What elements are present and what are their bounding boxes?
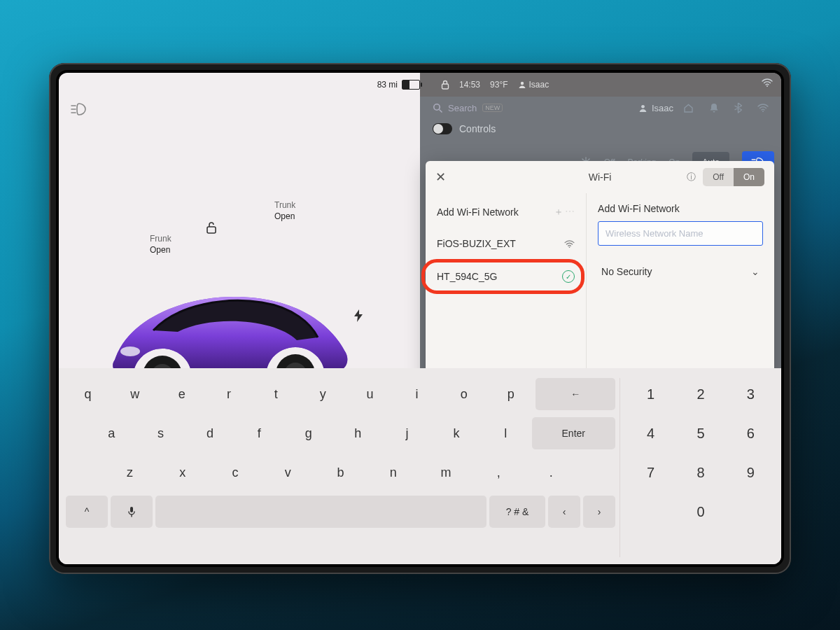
lock-icon[interactable] (441, 80, 449, 90)
svg-point-2 (766, 85, 768, 87)
bluetooth-icon[interactable] (734, 102, 742, 113)
shift-key[interactable]: ^ (66, 496, 108, 528)
key-0[interactable]: 0 (677, 496, 724, 528)
chevron-down-icon: ⌄ (751, 266, 760, 277)
svg-point-14 (762, 111, 764, 112)
arrow-left-key[interactable]: ‹ (548, 496, 580, 528)
key-2[interactable]: 2 (677, 378, 724, 410)
key-g[interactable]: g (286, 417, 332, 449)
key-,[interactable]: , (474, 456, 524, 489)
svg-point-13 (641, 104, 645, 108)
temperature: 93°F (490, 80, 507, 90)
key-o[interactable]: o (442, 378, 486, 410)
key-1[interactable]: 1 (627, 378, 674, 410)
wifi-off[interactable]: Off (703, 168, 734, 186)
profile-button[interactable]: Isaac (638, 103, 673, 113)
key-7[interactable]: 7 (627, 456, 674, 489)
key-b[interactable]: b (316, 456, 365, 489)
svg-point-11 (120, 346, 140, 356)
enter-key[interactable]: Enter (532, 417, 616, 449)
range-value: 83 mi (377, 80, 398, 90)
key-p[interactable]: p (489, 378, 533, 410)
key-f[interactable]: f (236, 417, 282, 449)
key-i[interactable]: i (395, 378, 439, 410)
network-item[interactable]: FiOS-BUZIX_EXT (426, 228, 586, 259)
key-6[interactable]: 6 (727, 417, 774, 449)
form-title: Add Wi-Fi Network (598, 203, 763, 214)
wifi-modal: ✕ Wi-Fi ⓘ Off On Add Wi-Fi Network ＋⋯ Fi… (426, 161, 774, 392)
svg-rect-3 (207, 227, 216, 233)
key-x[interactable]: x (158, 456, 207, 489)
tablet-frame: 83 mi 14:53 93°F Isaac Frunk (49, 63, 791, 574)
key-c[interactable]: c (210, 456, 260, 489)
network-item-connected[interactable]: HT_594C_5G ✓ (426, 259, 586, 294)
key-j[interactable]: j (384, 417, 430, 449)
key-z[interactable]: z (105, 456, 155, 489)
connected-check-icon: ✓ (562, 270, 575, 283)
svg-rect-0 (442, 84, 449, 89)
controls-label: Controls (459, 123, 496, 134)
wifi-network-list: Add Wi-Fi Network ＋⋯ FiOS-BUZIX_EXT HT_5… (426, 193, 587, 392)
new-badge: NEW (482, 104, 503, 112)
key-s[interactable]: s (137, 417, 183, 449)
key-4[interactable]: 4 (627, 417, 674, 449)
key-t[interactable]: t (254, 378, 298, 410)
add-icon: ＋⋯ (554, 206, 575, 218)
svg-point-12 (434, 104, 440, 110)
key-a[interactable]: a (88, 417, 134, 449)
svg-point-16 (569, 246, 570, 248)
onscreen-keyboard: qwertyuiop← asdfghjklEnter zxcvbnm,. ^ ?… (59, 368, 781, 564)
key-9[interactable]: 9 (727, 456, 774, 489)
key-m[interactable]: m (421, 456, 470, 489)
space-key[interactable] (155, 496, 486, 528)
key-w[interactable]: w (113, 378, 157, 410)
controls-toggle[interactable] (433, 123, 452, 134)
headlight-icon[interactable] (70, 102, 88, 116)
security-select[interactable]: No Security ⌄ (598, 258, 763, 285)
user-name: Isaac (529, 80, 550, 90)
wifi-on[interactable]: On (734, 168, 764, 186)
svg-rect-17 (130, 507, 133, 512)
trunk-control[interactable]: Trunk Open (274, 200, 295, 222)
network-name-input[interactable] (598, 221, 763, 246)
key-l[interactable]: l (482, 417, 528, 449)
arrow-right-key[interactable]: › (583, 496, 615, 528)
clock: 14:53 (459, 80, 480, 90)
mic-key[interactable] (111, 496, 153, 528)
key-q[interactable]: q (66, 378, 110, 410)
user-icon: Isaac (518, 80, 550, 90)
wifi-toggle[interactable]: Off On (703, 168, 764, 186)
add-network-item[interactable]: Add Wi-Fi Network ＋⋯ (426, 196, 586, 228)
wifi-form: Add Wi-Fi Network No Security ⌄ (587, 193, 774, 392)
search-bar[interactable]: Search NEW (433, 103, 629, 113)
frunk-control[interactable]: Frunk Open (150, 234, 172, 255)
svg-point-1 (520, 82, 523, 85)
key-h[interactable]: h (335, 417, 381, 449)
key-8[interactable]: 8 (677, 456, 724, 489)
symbols-key[interactable]: ? # & (489, 496, 545, 528)
key-3[interactable]: 3 (727, 378, 774, 410)
homelink-icon[interactable] (683, 103, 694, 113)
key-v[interactable]: v (263, 456, 313, 489)
unlock-icon[interactable] (206, 221, 217, 234)
key-n[interactable]: n (368, 456, 418, 489)
key-e[interactable]: e (160, 378, 204, 410)
status-bar: 83 mi 14:53 93°F Isaac (59, 73, 781, 97)
wifi-signal-icon (564, 240, 575, 248)
key-u[interactable]: u (348, 378, 392, 410)
backspace-key[interactable]: ← (536, 378, 615, 410)
key-y[interactable]: y (301, 378, 345, 410)
key-.[interactable]: . (526, 456, 576, 489)
key-5[interactable]: 5 (677, 417, 724, 449)
battery-icon (402, 80, 420, 90)
key-d[interactable]: d (187, 417, 233, 449)
notifications-icon[interactable] (709, 103, 719, 113)
key-r[interactable]: r (206, 378, 251, 410)
wifi-status-icon[interactable] (762, 78, 773, 87)
close-icon[interactable]: ✕ (435, 169, 446, 185)
touchscreen: 83 mi 14:53 93°F Isaac Frunk (59, 73, 781, 564)
key-k[interactable]: k (433, 417, 479, 449)
wifi-icon[interactable] (757, 104, 769, 112)
info-icon[interactable]: ⓘ (687, 171, 696, 183)
